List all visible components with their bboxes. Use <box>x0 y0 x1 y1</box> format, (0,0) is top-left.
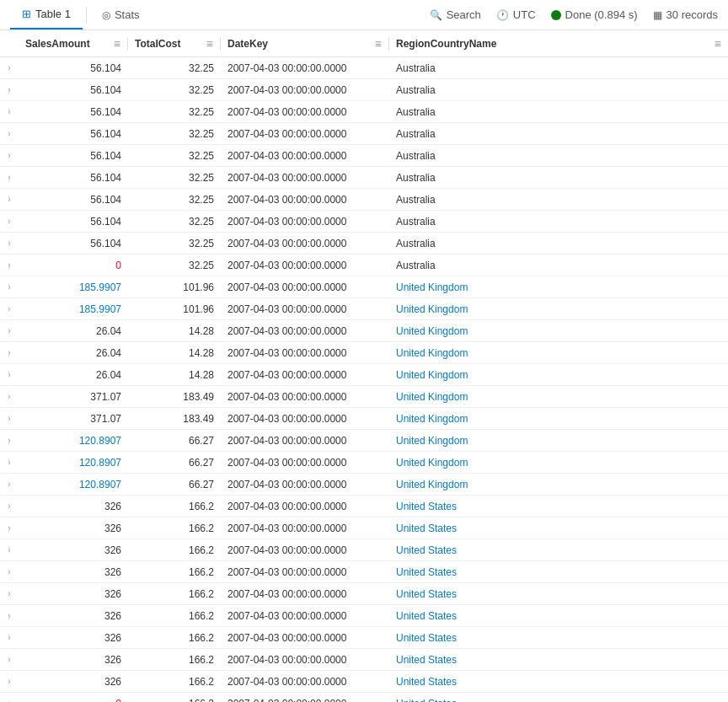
table-row[interactable]: › 56.104 32.25 2007-04-03 00:00:00.0000 … <box>0 79 728 101</box>
chevron-icon: › <box>8 611 10 620</box>
table-row[interactable]: › 56.104 32.25 2007-04-03 00:00:00.0000 … <box>0 123 728 145</box>
row-expander-28[interactable]: › <box>0 677 19 686</box>
table-row[interactable]: › 26.04 14.28 2007-04-03 00:00:00.0000 U… <box>0 320 728 342</box>
cell-datekey-23: 2007-04-03 00:00:00.0000 <box>221 566 389 578</box>
row-expander-17[interactable]: › <box>0 436 19 445</box>
row-expander-0[interactable]: › <box>0 63 19 72</box>
table-row[interactable]: › 371.07 183.49 2007-04-03 00:00:00.0000… <box>0 386 728 408</box>
cell-region-21: United States <box>389 522 728 534</box>
cell-totalcost-2: 32.25 <box>128 106 221 118</box>
chevron-icon: › <box>8 217 10 226</box>
tab-table[interactable]: Table 1 <box>10 0 83 29</box>
cell-sales-16: 371.07 <box>19 413 128 425</box>
cell-datekey-13: 2007-04-03 00:00:00.0000 <box>221 347 389 359</box>
row-expander-19[interactable]: › <box>0 480 19 489</box>
cell-region-26: United States <box>389 632 728 644</box>
row-expander-27[interactable]: › <box>0 655 19 664</box>
row-expander-8[interactable]: › <box>0 238 19 248</box>
table-row[interactable]: › 56.104 32.25 2007-04-03 00:00:00.0000 … <box>0 211 728 233</box>
table-row[interactable]: › 185.9907 101.96 2007-04-03 00:00:00.00… <box>0 276 728 298</box>
totalcost-filter-icon[interactable] <box>206 37 213 51</box>
table-row[interactable]: › 56.104 32.25 2007-04-03 00:00:00.0000 … <box>0 233 728 255</box>
row-expander-4[interactable]: › <box>0 151 19 160</box>
col-datekey-header[interactable]: DateKey <box>221 37 389 51</box>
table-row[interactable]: › 326 166.2 2007-04-03 00:00:00.0000 Uni… <box>0 649 728 671</box>
row-expander-18[interactable]: › <box>0 458 19 467</box>
row-expander-25[interactable]: › <box>0 611 19 620</box>
table-row[interactable]: › 371.07 183.49 2007-04-03 00:00:00.0000… <box>0 408 728 430</box>
cell-sales-29: 0 <box>19 698 128 703</box>
cell-datekey-3: 2007-04-03 00:00:00.0000 <box>221 128 389 140</box>
cell-totalcost-17: 66.27 <box>128 435 221 447</box>
table-row[interactable]: › 326 166.2 2007-04-03 00:00:00.0000 Uni… <box>0 605 728 627</box>
tab-stats[interactable]: Stats <box>90 0 152 29</box>
row-expander-20[interactable]: › <box>0 501 19 511</box>
cell-region-10: United Kingdom <box>389 281 728 293</box>
cell-totalcost-21: 166.2 <box>128 522 221 534</box>
cell-datekey-27: 2007-04-03 00:00:00.0000 <box>221 654 389 666</box>
cell-totalcost-8: 32.25 <box>128 238 221 249</box>
search-button[interactable]: Search <box>430 8 481 21</box>
row-expander-1[interactable]: › <box>0 85 19 94</box>
col-totalcost-header[interactable]: TotalCost <box>128 37 221 51</box>
cell-region-3: Australia <box>389 128 728 140</box>
table-row[interactable]: › 120.8907 66.27 2007-04-03 00:00:00.000… <box>0 430 728 452</box>
row-expander-21[interactable]: › <box>0 523 19 533</box>
table-row[interactable]: › 56.104 32.25 2007-04-03 00:00:00.0000 … <box>0 167 728 189</box>
table-row[interactable]: › 0 32.25 2007-04-03 00:00:00.0000 Austr… <box>0 255 728 276</box>
row-expander-29[interactable]: › <box>0 699 19 702</box>
cell-datekey-10: 2007-04-03 00:00:00.0000 <box>221 281 389 293</box>
cell-totalcost-20: 166.2 <box>128 501 221 512</box>
table-row[interactable]: › 26.04 14.28 2007-04-03 00:00:00.0000 U… <box>0 364 728 386</box>
cell-region-9: Australia <box>389 260 728 271</box>
row-expander-22[interactable]: › <box>0 545 19 555</box>
table-row[interactable]: › 120.8907 66.27 2007-04-03 00:00:00.000… <box>0 452 728 474</box>
col-sales-header[interactable]: SalesAmount <box>19 37 128 51</box>
row-expander-13[interactable]: › <box>0 348 19 357</box>
cell-datekey-16: 2007-04-03 00:00:00.0000 <box>221 413 389 425</box>
row-expander-16[interactable]: › <box>0 414 19 423</box>
row-expander-2[interactable]: › <box>0 107 19 116</box>
table-row[interactable]: › 326 166.2 2007-04-03 00:00:00.0000 Uni… <box>0 583 728 605</box>
chevron-icon: › <box>8 282 10 292</box>
cell-datekey-26: 2007-04-03 00:00:00.0000 <box>221 632 389 644</box>
cell-totalcost-1: 32.25 <box>128 84 221 96</box>
row-expander-3[interactable]: › <box>0 129 19 138</box>
table-row[interactable]: › 56.104 32.25 2007-04-03 00:00:00.0000 … <box>0 101 728 123</box>
table-row[interactable]: › 326 166.2 2007-04-03 00:00:00.0000 Uni… <box>0 671 728 693</box>
row-expander-5[interactable]: › <box>0 173 19 182</box>
row-expander-15[interactable]: › <box>0 392 19 401</box>
table-row[interactable]: › 26.04 14.28 2007-04-03 00:00:00.0000 U… <box>0 342 728 364</box>
cell-datekey-17: 2007-04-03 00:00:00.0000 <box>221 435 389 447</box>
row-expander-26[interactable]: › <box>0 633 19 642</box>
region-filter-icon[interactable] <box>715 37 721 51</box>
cell-region-20: United States <box>389 501 728 512</box>
row-expander-14[interactable]: › <box>0 370 19 379</box>
table-row[interactable]: › 326 166.2 2007-04-03 00:00:00.0000 Uni… <box>0 627 728 649</box>
chevron-icon: › <box>8 260 10 270</box>
sales-filter-icon[interactable] <box>114 37 120 51</box>
row-expander-24[interactable]: › <box>0 589 19 598</box>
cell-region-2: Australia <box>389 106 728 118</box>
row-expander-6[interactable]: › <box>0 195 19 204</box>
table-row[interactable]: › 326 166.2 2007-04-03 00:00:00.0000 Uni… <box>0 496 728 517</box>
table-row[interactable]: › 120.8907 66.27 2007-04-03 00:00:00.000… <box>0 474 728 496</box>
row-expander-12[interactable]: › <box>0 326 19 335</box>
table-row[interactable]: › 326 166.2 2007-04-03 00:00:00.0000 Uni… <box>0 539 728 561</box>
table-row[interactable]: › 326 166.2 2007-04-03 00:00:00.0000 Uni… <box>0 561 728 583</box>
row-expander-11[interactable]: › <box>0 304 19 313</box>
cell-region-27: United States <box>389 654 728 666</box>
table-row[interactable]: › 56.104 32.25 2007-04-03 00:00:00.0000 … <box>0 189 728 211</box>
table-row[interactable]: › 0 166.2 2007-04-03 00:00:00.0000 Unite… <box>0 693 728 702</box>
row-expander-23[interactable]: › <box>0 567 19 576</box>
row-expander-10[interactable]: › <box>0 282 19 292</box>
table-row[interactable]: › 185.9907 101.96 2007-04-03 00:00:00.00… <box>0 298 728 320</box>
col-region-header[interactable]: RegionCountryName <box>389 37 728 51</box>
row-expander-9[interactable]: › <box>0 260 19 270</box>
row-expander-7[interactable]: › <box>0 217 19 226</box>
table-row[interactable]: › 326 166.2 2007-04-03 00:00:00.0000 Uni… <box>0 517 728 539</box>
table-row[interactable]: › 56.104 32.25 2007-04-03 00:00:00.0000 … <box>0 145 728 167</box>
table-row[interactable]: › 56.104 32.25 2007-04-03 00:00:00.0000 … <box>0 57 728 79</box>
cell-totalcost-7: 32.25 <box>128 216 221 228</box>
datekey-filter-icon[interactable] <box>375 37 382 51</box>
